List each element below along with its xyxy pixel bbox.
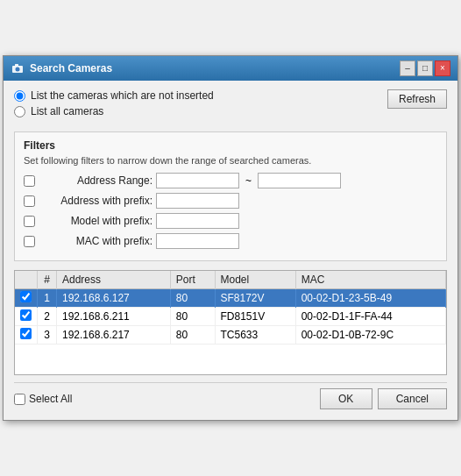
title-bar: Search Cameras – □ ×	[4, 56, 457, 81]
row-mac: 00-02-D1-1F-FA-44	[295, 308, 445, 326]
ok-button[interactable]: OK	[320, 388, 372, 409]
input-address-range-end[interactable]	[258, 173, 341, 188]
radio-all-cameras[interactable]	[14, 106, 25, 117]
camera-table-body: 1192.168.6.12780SF8172V00-02-D1-23-5B-49…	[15, 289, 446, 345]
col-header-address: Address	[57, 271, 171, 289]
input-model-prefix[interactable]	[156, 213, 239, 229]
row-port: 80	[170, 326, 215, 345]
input-address-range-start[interactable]	[156, 173, 239, 188]
dialog-content: List the cameras which are not inserted …	[4, 81, 457, 420]
row-num: 2	[38, 308, 57, 326]
bottom-buttons: OK Cancel	[320, 388, 447, 409]
label-address-prefix: Address with prefix:	[39, 195, 152, 207]
refresh-button[interactable]: Refresh	[387, 89, 447, 109]
table-row[interactable]: 3192.168.6.21780TC563300-02-D1-0B-72-9C	[15, 326, 446, 345]
table-row[interactable]: 2192.168.6.21180FD8151V00-02-D1-1F-FA-44	[15, 308, 446, 326]
filters-section: Filters Set following filters to narrow …	[14, 131, 447, 261]
row-mac: 00-02-D1-23-5B-49	[295, 289, 445, 308]
filter-address-prefix-row: Address with prefix:	[24, 193, 437, 209]
input-address-prefix[interactable]	[156, 193, 239, 209]
row-checkbox[interactable]	[20, 309, 32, 321]
row-num: 1	[38, 289, 57, 308]
checkbox-address-range[interactable]	[24, 175, 35, 187]
row-checkbox[interactable]	[20, 328, 32, 339]
radio-row-not-inserted: List the cameras which are not inserted	[14, 89, 214, 102]
row-model: SF8172V	[215, 289, 295, 308]
svg-point-1	[16, 67, 20, 72]
col-header-model: Model	[215, 271, 295, 289]
col-header-num: #	[38, 271, 57, 289]
label-all-cameras: List all cameras	[31, 105, 103, 117]
filters-title: Filters	[24, 139, 437, 152]
camera-icon	[11, 61, 25, 75]
col-header-checkbox	[15, 271, 38, 289]
input-mac-prefix[interactable]	[156, 233, 239, 249]
range-separator: ~	[245, 174, 252, 187]
filter-mac-prefix-row: MAC with prefix:	[24, 233, 437, 249]
filter-model-prefix-row: Model with prefix:	[24, 213, 437, 229]
row-model: TC5633	[215, 326, 295, 345]
label-mac-prefix: MAC with prefix:	[39, 235, 152, 247]
filter-address-range-row: Address Range: ~	[24, 173, 437, 188]
title-bar-left: Search Cameras	[11, 61, 112, 75]
row-num: 3	[38, 326, 57, 345]
top-row: List the cameras which are not inserted …	[14, 89, 447, 126]
title-controls: – □ ×	[400, 60, 450, 76]
search-cameras-window: Search Cameras – □ × List the cameras wh…	[3, 55, 458, 421]
filters-description: Set following filters to narrow down the…	[24, 155, 437, 166]
select-all-row: Select All	[14, 393, 72, 405]
checkbox-model-prefix[interactable]	[24, 216, 35, 227]
col-header-port: Port	[170, 271, 215, 289]
svg-rect-2	[15, 64, 18, 67]
row-address: 192.168.6.217	[57, 326, 171, 345]
minimize-button[interactable]: –	[400, 60, 415, 76]
row-checkbox[interactable]	[20, 291, 32, 302]
checkbox-mac-prefix[interactable]	[24, 236, 35, 247]
cameras-table-container: # Address Port Model MAC 1192.168.6.1278…	[14, 270, 447, 375]
close-button[interactable]: ×	[435, 60, 450, 76]
row-port: 80	[170, 289, 215, 308]
row-address: 192.168.6.211	[57, 308, 171, 326]
select-all-label: Select All	[29, 393, 72, 405]
label-model-prefix: Model with prefix:	[39, 215, 152, 227]
checkbox-address-prefix[interactable]	[24, 195, 35, 207]
table-row[interactable]: 1192.168.6.12780SF8172V00-02-D1-23-5B-49	[15, 289, 446, 308]
radio-not-inserted[interactable]	[14, 90, 25, 102]
cancel-button[interactable]: Cancel	[378, 388, 447, 409]
row-model: FD8151V	[215, 308, 295, 326]
maximize-button[interactable]: □	[417, 60, 433, 76]
window-title: Search Cameras	[30, 62, 112, 75]
label-address-range: Address Range:	[39, 174, 152, 187]
cameras-table: # Address Port Model MAC 1192.168.6.1278…	[15, 271, 446, 345]
table-header-row: # Address Port Model MAC	[15, 271, 446, 289]
bottom-bar: Select All OK Cancel	[14, 382, 447, 411]
radio-row-all-cameras: List all cameras	[14, 105, 214, 117]
col-header-mac: MAC	[295, 271, 445, 289]
row-port: 80	[170, 308, 215, 326]
camera-list-options: List the cameras which are not inserted …	[14, 89, 214, 121]
label-not-inserted: List the cameras which are not inserted	[31, 89, 214, 102]
checkbox-select-all[interactable]	[14, 394, 25, 405]
row-address: 192.168.6.127	[57, 289, 171, 308]
row-mac: 00-02-D1-0B-72-9C	[295, 326, 445, 345]
